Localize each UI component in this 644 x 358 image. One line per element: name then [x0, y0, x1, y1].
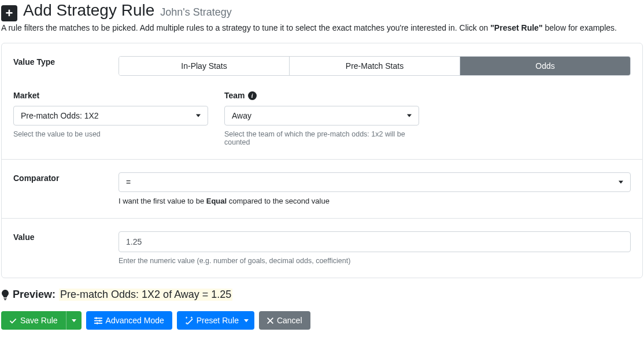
actions-row: Save Rule Advanced Mode Preset Rule Canc… — [0, 311, 644, 330]
cancel-button[interactable]: Cancel — [259, 311, 310, 330]
tab-odds[interactable]: Odds — [460, 57, 630, 75]
info-icon[interactable]: i — [248, 91, 257, 100]
save-rule-dropdown[interactable] — [66, 311, 82, 330]
page-header: + Add Strategy Rule John's Strategy — [0, 0, 644, 20]
save-rule-button[interactable]: Save Rule — [1, 311, 66, 330]
sliders-icon — [94, 317, 102, 324]
page-subtitle: John's Strategy — [160, 6, 232, 19]
value-help: Enter the numeric value (e.g. number of … — [119, 257, 631, 265]
svg-rect-1 — [94, 320, 102, 321]
market-select[interactable]: Pre-match Odds: 1X2 — [13, 106, 208, 126]
tab-inplay-stats[interactable]: In-Play Stats — [119, 57, 290, 75]
plus-icon: + — [1, 5, 17, 21]
check-icon — [9, 317, 17, 324]
lightbulb-icon — [1, 290, 9, 300]
value-type-label: Value Type — [13, 56, 119, 67]
team-label: Team i — [224, 91, 419, 100]
value-input[interactable] — [119, 231, 631, 252]
close-icon — [267, 318, 273, 324]
svg-rect-4 — [99, 319, 100, 322]
svg-rect-0 — [94, 318, 102, 319]
comparator-help: I want the first value to be Equal compa… — [119, 197, 631, 205]
page-description: A rule filters the matches to be picked.… — [0, 20, 644, 43]
market-help: Select the value to be used — [13, 130, 208, 138]
comparator-select[interactable]: = — [119, 172, 631, 192]
svg-rect-3 — [95, 317, 97, 319]
team-help: Select the team of which the pre-match o… — [224, 130, 419, 146]
svg-rect-2 — [94, 323, 102, 324]
value-label: Value — [13, 231, 119, 242]
tab-prematch-stats[interactable]: Pre-Match Stats — [290, 57, 460, 75]
preset-rule-button[interactable]: Preset Rule — [177, 311, 254, 330]
advanced-mode-button[interactable]: Advanced Mode — [86, 311, 172, 330]
team-select[interactable]: Away — [224, 106, 419, 126]
market-label: Market — [13, 91, 208, 100]
value-type-tabs: In-Play Stats Pre-Match Stats Odds — [119, 56, 631, 76]
page-title: Add Strategy Rule — [23, 1, 154, 20]
chevron-down-icon — [244, 319, 249, 322]
chevron-down-icon — [72, 319, 76, 322]
svg-rect-5 — [97, 322, 98, 324]
preview-label: Preview: — [13, 289, 55, 301]
magic-icon — [185, 316, 193, 324]
comparator-label: Comparator — [13, 172, 119, 183]
preview-text: Pre-match Odds: 1X2 of Away = 1.25 — [59, 289, 232, 301]
